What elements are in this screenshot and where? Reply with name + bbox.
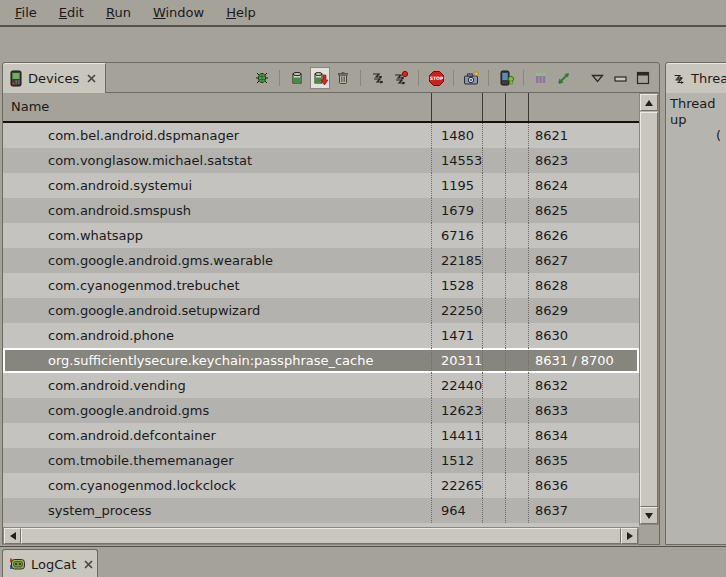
close-icon[interactable] (87, 74, 96, 83)
horizontal-scroll-thumb[interactable] (21, 528, 621, 544)
column-header-empty[interactable] (506, 93, 529, 121)
process-port: 8632 (529, 373, 639, 398)
scroll-left-button[interactable] (4, 528, 21, 544)
process-row[interactable]: com.google.android.setupwizard222508629 (3, 298, 639, 323)
minimize-button[interactable] (610, 67, 630, 89)
menu-bar: FileEditRunWindowHelp (0, 0, 726, 27)
process-port: 8633 (529, 398, 639, 423)
process-row[interactable]: com.bel.android.dspmanager14808621 (3, 123, 639, 148)
svg-text:STOP: STOP (429, 76, 443, 81)
devices-view: Devices (2, 62, 660, 545)
cause-gc-button[interactable] (333, 67, 353, 89)
vertical-scrollbar[interactable] (639, 93, 659, 525)
toolbar-separator (418, 70, 419, 86)
camera-icon (463, 70, 480, 86)
menu-help[interactable]: Help (215, 0, 267, 25)
column-header-pid[interactable] (432, 93, 483, 121)
column-header-empty[interactable] (483, 93, 506, 121)
process-row[interactable]: com.android.systemui11958624 (3, 173, 639, 198)
column-header-port[interactable] (529, 93, 639, 121)
process-row[interactable]: com.cyanogenmod.lockclock222658636 (3, 473, 639, 498)
scroll-right-button[interactable] (621, 528, 638, 544)
maximize-button[interactable] (633, 67, 653, 89)
scroll-up-button[interactable] (640, 94, 658, 111)
process-row[interactable]: com.google.android.gms.wearable221858627 (3, 248, 639, 273)
vertical-scroll-thumb[interactable] (640, 112, 658, 507)
toolbar-separator (523, 70, 524, 86)
screen-capture-button[interactable] (461, 67, 481, 89)
empty-cell (506, 498, 529, 523)
view-menu-button[interactable] (587, 67, 607, 89)
threads-view: Threads Thread up ( (665, 62, 726, 545)
process-name: com.whatsapp (3, 223, 432, 248)
tab-devices[interactable]: Devices (3, 63, 106, 93)
process-name: system_process (3, 498, 432, 523)
device-table-header: Name (3, 93, 639, 123)
empty-cell (483, 223, 506, 248)
device-phone-icon (9, 70, 23, 87)
menu-edit[interactable]: Edit (48, 0, 95, 25)
process-name: com.android.defcontainer (3, 423, 432, 448)
menu-run[interactable]: Run (95, 0, 142, 25)
process-row[interactable]: com.tmobile.thememanager15128635 (3, 448, 639, 473)
update-threads-button[interactable] (391, 67, 411, 89)
process-name: com.tmobile.thememanager (3, 448, 432, 473)
toolbar-separator (360, 70, 361, 86)
process-row[interactable]: com.vonglasow.michael.satstat145538623 (3, 148, 639, 173)
process-row[interactable]: com.android.phone14718630 (3, 323, 639, 348)
process-row[interactable]: com.android.vending224408632 (3, 373, 639, 398)
dump-hprof-button[interactable] (310, 67, 330, 89)
menu-window[interactable]: Window (142, 0, 215, 25)
empty-cell (506, 248, 529, 273)
process-port: 8630 (529, 323, 639, 348)
menu-file[interactable]: File (4, 0, 48, 25)
empty-cell (483, 198, 506, 223)
scroll-down-button[interactable] (640, 507, 658, 524)
process-name: com.google.android.gms (3, 398, 432, 423)
horizontal-scrollbar[interactable] (3, 527, 639, 545)
process-pid: 1679 (432, 198, 483, 223)
threads-button[interactable] (368, 67, 388, 89)
process-pid: 1528 (432, 273, 483, 298)
process-row[interactable]: com.android.defcontainer144118634 (3, 423, 639, 448)
process-name: com.android.phone (3, 323, 432, 348)
tab-logcat[interactable]: LogCat (2, 549, 98, 577)
process-row[interactable]: org.sufficientlysecure.keychain:passphra… (3, 348, 639, 373)
process-name: com.android.systemui (3, 173, 432, 198)
column-header-name[interactable]: Name (3, 93, 432, 121)
process-row[interactable]: com.cyanogenmod.trebuchet15288628 (3, 273, 639, 298)
process-name: com.vonglasow.michael.satstat (3, 148, 432, 173)
empty-cell (506, 148, 529, 173)
process-name: com.bel.android.dspmanager (3, 123, 432, 148)
device-view-button[interactable] (496, 67, 516, 89)
cause-gc-trash-icon (335, 70, 351, 86)
empty-cell (506, 473, 529, 498)
debug-attach-button[interactable] (252, 67, 272, 89)
process-pid: 14411 (432, 423, 483, 448)
process-row[interactable]: com.android.smspush16798625 (3, 198, 639, 223)
arrow-left-icon (10, 532, 16, 540)
process-row[interactable]: com.whatsapp67168626 (3, 223, 639, 248)
update-heap-button[interactable] (287, 67, 307, 89)
process-row[interactable]: system_process9648637 (3, 498, 639, 523)
method-profiling-button[interactable] (554, 67, 574, 89)
empty-cell (506, 273, 529, 298)
empty-cell (506, 348, 529, 373)
process-port: 8635 (529, 448, 639, 473)
close-icon[interactable] (84, 560, 93, 569)
view-menu-chevron-icon (591, 74, 604, 83)
process-row[interactable]: com.google.android.gms126238633 (3, 398, 639, 423)
tab-threads[interactable]: Threads (666, 63, 726, 93)
device-table-body: com.bel.android.dspmanager14808621com.vo… (3, 123, 639, 527)
empty-cell (483, 148, 506, 173)
empty-cell (483, 448, 506, 473)
arrow-right-icon (627, 532, 633, 540)
process-port: 8634 (529, 423, 639, 448)
empty-cell (483, 348, 506, 373)
heap-allocations-button[interactable] (531, 67, 551, 89)
empty-cell (483, 298, 506, 323)
stop-process-button[interactable]: STOP (426, 67, 446, 89)
process-pid: 1480 (432, 123, 483, 148)
process-name: com.android.smspush (3, 198, 432, 223)
devices-tabstrip: Devices (3, 63, 659, 93)
